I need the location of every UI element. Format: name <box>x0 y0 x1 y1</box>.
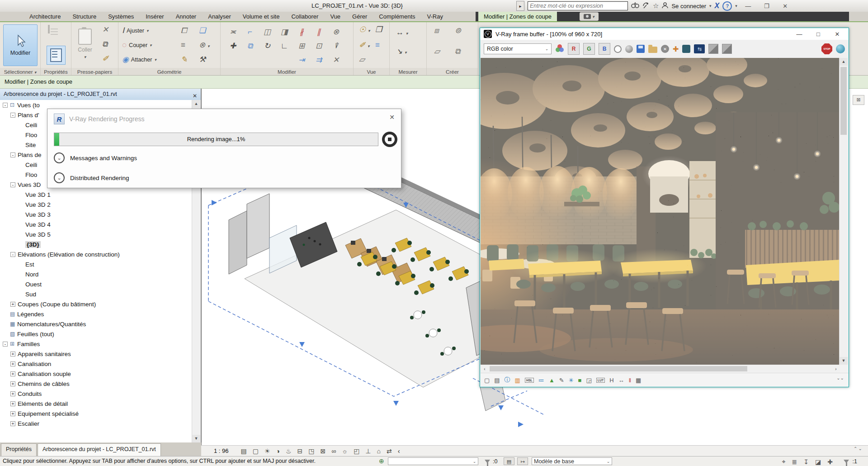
favorites-icon[interactable] <box>653 2 659 10</box>
corrections-list-icon[interactable]: ▤ <box>494 377 500 384</box>
ribbon-tab[interactable]: Vue <box>324 12 346 21</box>
tree-expander[interactable]: + <box>10 371 15 376</box>
help-dropdown-icon[interactable] <box>735 4 737 8</box>
ribbon-tab[interactable]: Analyser <box>202 12 237 21</box>
tree-item[interactable]: Est <box>0 259 192 269</box>
tab-properties[interactable]: Propriétés <box>1 443 37 456</box>
tree-item[interactable]: Vue 3D 1 <box>0 190 192 200</box>
tree-item[interactable]: - ⊞ Familles <box>0 339 192 349</box>
create-parts-icon[interactable] <box>455 48 460 55</box>
selection-filter-icon[interactable] <box>844 458 849 465</box>
measure-icon[interactable] <box>396 29 408 36</box>
mirror-axis-icon[interactable] <box>281 28 288 36</box>
tree-item[interactable]: Nord <box>0 269 192 279</box>
tree-expander[interactable]: - <box>10 252 15 257</box>
rgb-clover-icon[interactable] <box>555 44 564 54</box>
search-frame-toggle[interactable] <box>516 1 524 11</box>
lut-icon[interactable]: LUT <box>596 378 605 383</box>
restore-button[interactable] <box>759 3 774 10</box>
fb-scroll-left-icon[interactable] <box>481 366 489 371</box>
join-geometry-button[interactable]: Attacher <box>122 56 156 63</box>
beam-cutback-icon[interactable] <box>199 27 206 34</box>
contextual-tab[interactable]: Modifier | Zones de coupe <box>478 12 557 22</box>
split-gap-icon[interactable] <box>317 28 321 36</box>
chevron-down-icon[interactable] <box>54 172 65 183</box>
fb-close-button[interactable] <box>830 31 845 38</box>
ab-compare-icon[interactable] <box>708 44 718 54</box>
tree-item[interactable]: - Elévations (Elévation de construction) <box>0 249 192 259</box>
camera-dropdown[interactable] <box>580 12 599 21</box>
ribbon-tab[interactable]: Structure <box>66 12 102 21</box>
tree-item[interactable]: + Appareils sanitaires <box>0 349 192 359</box>
select-links-icon[interactable]: ⌖ <box>782 458 786 466</box>
ribbon-tab[interactable]: Compléments <box>373 12 421 21</box>
unpin-icon[interactable] <box>333 28 339 36</box>
tree-item[interactable]: + Escalier <box>0 418 192 428</box>
clear-image-icon[interactable] <box>661 45 669 53</box>
scroll-up-icon[interactable] <box>192 100 200 108</box>
navigation-bar-icon[interactable] <box>853 95 864 105</box>
tree-expander[interactable]: + <box>10 411 15 416</box>
layers-panel-icon[interactable]: ▢ <box>484 377 490 384</box>
fb-scroll-up-icon[interactable] <box>840 58 848 66</box>
tree-expander[interactable]: - <box>3 103 8 108</box>
tree-item[interactable]: Vue 3D 5 <box>0 229 192 239</box>
editable-only-icon[interactable] <box>485 458 490 465</box>
tree-item[interactable]: Vue 3D 3 <box>0 209 192 219</box>
fb-scroll-down-icon[interactable] <box>840 357 848 365</box>
fb-scroll-right-icon[interactable] <box>832 366 840 371</box>
tree-expander[interactable]: + <box>10 352 15 357</box>
tree-expander[interactable]: + <box>10 381 15 386</box>
workset-select[interactable] <box>388 457 478 465</box>
tree-expander[interactable]: + <box>10 421 15 426</box>
orientation-lock-icon[interactable]: ⊠ <box>321 447 326 455</box>
tree-expander[interactable]: - <box>3 342 8 347</box>
stop-button[interactable]: STOP <box>821 43 832 54</box>
vray-options-icon[interactable] <box>836 44 845 53</box>
ribbon-tab[interactable]: V-Ray <box>421 12 449 21</box>
tree-expander[interactable]: + <box>10 401 15 406</box>
info-icon[interactable]: ⓘ <box>505 376 510 384</box>
select-pinned-icon[interactable]: ↧ <box>803 458 809 466</box>
tree-item[interactable]: Vue 3D 2 <box>0 200 192 209</box>
curves-icon[interactable]: ▲ <box>549 377 555 384</box>
compare-horizontal-icon[interactable] <box>694 44 705 53</box>
properties-icon[interactable] <box>48 26 50 33</box>
ribbon-tab[interactable]: Architecture <box>24 12 66 21</box>
tree-item[interactable]: ▤ Légendes <box>0 309 192 319</box>
exclude-options-button[interactable] <box>517 457 528 465</box>
shadows-icon[interactable]: ◑ <box>276 447 280 455</box>
tab-project-browser[interactable]: Arborescence du projet - LC_PROJET_01.rv… <box>38 443 161 456</box>
channel-select[interactable]: RGB color <box>484 43 552 54</box>
editing-requests-button[interactable] <box>504 457 514 465</box>
ribbon-tab[interactable]: Annoter <box>170 12 203 21</box>
sign-in-button[interactable]: Se connecter <box>671 3 706 10</box>
unjoin-icon[interactable] <box>199 41 210 49</box>
canvas-scroll-arrows[interactable] <box>854 446 863 451</box>
trim-extend-multi-icon[interactable] <box>316 56 322 64</box>
tree-expander[interactable]: - <box>10 152 15 157</box>
close-button[interactable] <box>778 3 793 10</box>
offset-icon[interactable] <box>248 28 252 36</box>
temporary-view-icon[interactable]: ∞ <box>331 447 336 455</box>
fb-vertical-scrollbar[interactable] <box>839 58 848 365</box>
blue-channel-button[interactable]: B <box>599 43 610 55</box>
tree-item[interactable]: Vue 3D 4 <box>0 219 192 229</box>
background-image-icon[interactable]: ■ <box>578 377 582 384</box>
wall-opening-icon[interactable] <box>181 27 187 34</box>
ribbon-tab[interactable]: Gérer <box>346 12 373 21</box>
view-scale[interactable]: 1 : 96 <box>214 447 229 454</box>
checker-icon[interactable]: ▦ <box>636 377 641 384</box>
scroll-down-icon[interactable] <box>192 435 200 442</box>
fb-maximize-button[interactable] <box>811 31 826 38</box>
rotate-icon[interactable] <box>264 42 270 50</box>
linework-icon[interactable] <box>375 41 380 49</box>
select-underlay-icon[interactable]: ≣ <box>792 458 797 466</box>
help-button[interactable]: ? <box>722 1 732 11</box>
pin-icon[interactable] <box>334 42 338 50</box>
crop-view-icon[interactable]: ⊟ <box>297 447 303 455</box>
visual-style-icon[interactable]: ▢ <box>253 447 259 455</box>
tree-item[interactable]: ▦ Nomenclatures/Quantités <box>0 319 192 329</box>
exposure-pencil-icon[interactable]: ✎ <box>559 377 564 384</box>
copy-icon[interactable] <box>247 42 253 50</box>
